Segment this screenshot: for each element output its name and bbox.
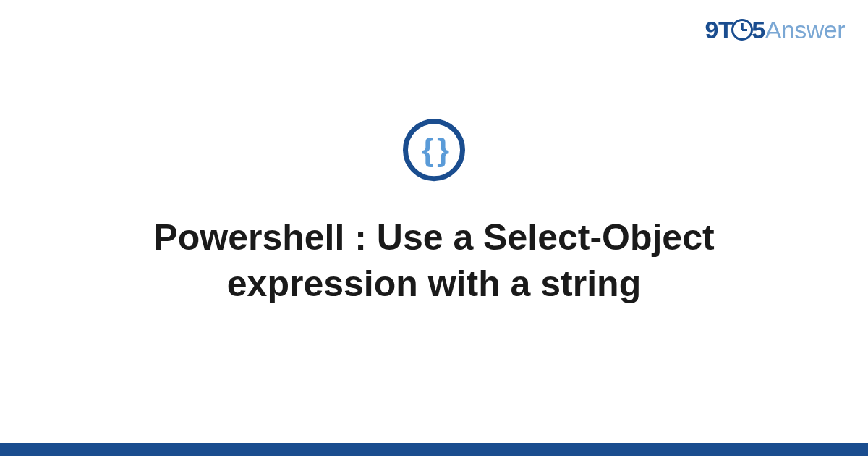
footer-accent-bar — [0, 443, 868, 456]
logo-text-9t: 9T — [705, 16, 733, 43]
site-logo: 9T5Answer — [705, 16, 845, 44]
logo-text-answer: Answer — [765, 16, 845, 43]
main-content: { } Powershell : Use a Select-Object exp… — [0, 119, 868, 307]
page-title: Powershell : Use a Select-Object express… — [90, 214, 778, 307]
clock-icon — [731, 19, 753, 41]
category-icon-circle: { } — [403, 119, 465, 181]
logo-text-5: 5 — [752, 16, 765, 43]
code-braces-icon: { } — [422, 132, 446, 168]
